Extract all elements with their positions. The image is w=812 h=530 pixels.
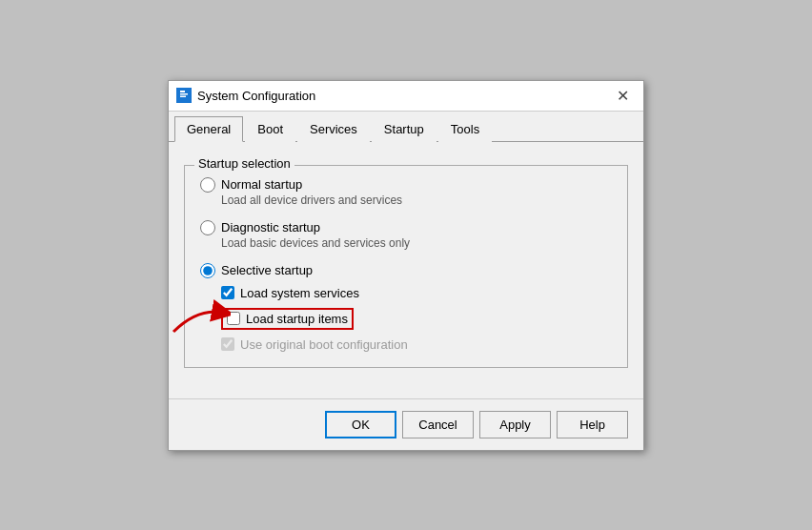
normal-startup-radio[interactable]: [200, 177, 215, 193]
apply-button[interactable]: Apply: [479, 411, 551, 438]
selective-startup-option: Selective startup: [200, 263, 612, 278]
use-original-boot-text: Use original boot configuration: [240, 337, 408, 352]
normal-startup-desc: Load all device drivers and services: [221, 194, 612, 207]
tab-startup[interactable]: Startup: [372, 116, 436, 142]
cancel-button[interactable]: Cancel: [402, 411, 474, 438]
title-bar: System Configuration ✕: [169, 81, 643, 112]
selective-startup-text: Selective startup: [221, 263, 313, 277]
load-startup-items-checkbox[interactable]: [227, 312, 240, 325]
use-original-boot-checkbox[interactable]: [221, 337, 234, 351]
diagnostic-startup-option: Diagnostic startup Load basic devices an…: [200, 220, 612, 250]
diagnostic-startup-label[interactable]: Diagnostic startup: [200, 220, 612, 235]
normal-startup-option: Normal startup Load all device drivers a…: [200, 177, 612, 207]
selective-startup-label[interactable]: Selective startup: [200, 263, 612, 278]
ok-button[interactable]: OK: [325, 411, 396, 438]
svg-rect-2: [180, 96, 186, 98]
title-bar-left: System Configuration: [176, 88, 315, 103]
load-startup-items-text: Load startup items: [246, 312, 348, 326]
load-startup-items-label[interactable]: Load startup items: [227, 312, 348, 326]
diagnostic-startup-radio[interactable]: [200, 220, 215, 235]
load-system-services-text: Load system services: [240, 286, 359, 300]
tab-bar: General Boot Services Startup Tools: [169, 112, 643, 142]
use-original-boot-label[interactable]: Use original boot configuration: [221, 337, 612, 352]
startup-selection-group: Startup selection Normal startup Load al…: [184, 165, 628, 368]
window-icon: [176, 88, 192, 103]
selective-startup-radio[interactable]: [200, 263, 215, 278]
selective-options: Load system services Load startup items: [221, 286, 612, 352]
load-system-services-label[interactable]: Load system services: [221, 286, 612, 300]
tab-content: Startup selection Normal startup Load al…: [169, 142, 643, 383]
group-title: Startup selection: [194, 156, 294, 171]
load-system-services-checkbox[interactable]: [221, 286, 234, 299]
tab-boot[interactable]: Boot: [245, 116, 295, 142]
tab-general[interactable]: General: [174, 116, 243, 142]
diagnostic-startup-text: Diagnostic startup: [221, 220, 320, 234]
svg-rect-3: [180, 91, 185, 92]
svg-rect-1: [180, 93, 188, 95]
tab-tools[interactable]: Tools: [438, 116, 492, 142]
tab-services[interactable]: Services: [297, 116, 370, 142]
system-configuration-dialog: System Configuration ✕ General Boot Serv…: [168, 80, 644, 451]
button-bar: OK Cancel Apply Help: [169, 398, 643, 450]
window-title: System Configuration: [197, 89, 315, 103]
normal-startup-text: Normal startup: [221, 177, 302, 192]
load-startup-items-highlight: Load startup items: [221, 308, 354, 330]
load-startup-items-container: Load startup items: [221, 308, 612, 330]
help-button[interactable]: Help: [557, 411, 628, 438]
diagnostic-startup-desc: Load basic devices and services only: [221, 236, 612, 250]
close-button[interactable]: ✕: [609, 85, 636, 106]
normal-startup-label[interactable]: Normal startup: [200, 177, 612, 193]
